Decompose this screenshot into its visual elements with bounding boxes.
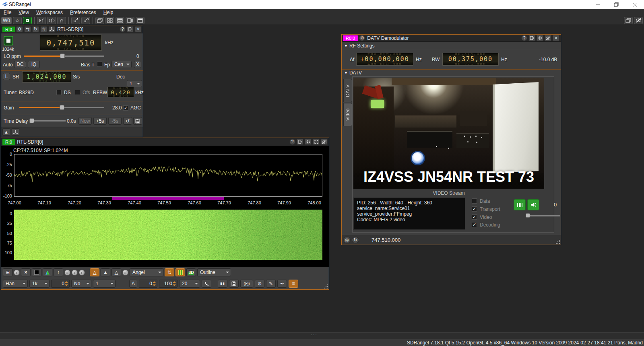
workspace-splitter[interactable]: ... [0,332,644,339]
plus-5s-button[interactable]: +5s [93,117,107,125]
channel-center-icon[interactable]: ◎ [343,237,351,243]
device-close-icon[interactable]: × [135,26,142,32]
clear-spectrum-icon[interactable]: × [21,268,31,276]
device-help-icon[interactable]: ? [120,26,126,32]
ofs-checkbox[interactable] [75,90,80,95]
menu-help[interactable]: Help [100,9,117,16]
device-settings-gear-icon[interactable]: ⚙ [16,26,23,32]
os-titlebar[interactable]: SDRangel [0,0,644,9]
stroke-knob[interactable] [79,270,85,276]
decoding-checkbox[interactable]: ✓ [472,222,477,227]
iq-button[interactable]: IQ [28,61,40,68]
datv-close-icon[interactable]: × [553,35,559,41]
fc-position-select[interactable]: Cen [111,61,132,68]
save-spectrum-icon[interactable] [229,280,239,288]
data-checkbox[interactable] [472,198,477,204]
workspace-button[interactable]: W0 [1,17,12,24]
lo-ppm-slider[interactable] [24,53,104,59]
feature-presets-icon[interactable]: ☆ [13,17,22,24]
spectrogram-style-select[interactable]: Outline [197,268,231,276]
volume-slider[interactable] [526,213,560,218]
channels-graph-icon[interactable] [12,128,19,136]
restore-button[interactable] [607,0,625,9]
ref-level-spinner[interactable]: 0 [139,280,157,288]
reload-device-icon[interactable]: ↻ [32,26,39,32]
center-frequency-value[interactable]: 0,747,510 [47,38,95,47]
datv-section-header[interactable]: ▼ DATV [342,69,561,76]
datv-window-titlebar[interactable]: R0:0 ⚙ DATV Demodulator ? × [342,35,561,42]
spectrum-hide-icon[interactable] [321,139,328,145]
center-frequency-dial[interactable]: 0,747,510 0,747,510 0,747,510 [40,35,102,51]
replay-loop-icon[interactable]: ↺ [123,117,132,125]
delta-frequency-dial[interactable]: +00,000,000 +00,000,000 +00,000,000 [356,53,413,66]
stop-all-devices-icon[interactable] [23,17,32,24]
spectrum-resize-grip[interactable] [324,284,328,288]
add-tx-device-icon[interactable] [47,17,56,24]
grid-intensity-knob[interactable] [14,270,20,276]
waterfall-toggle-icon[interactable] [175,268,185,276]
gain-slider[interactable] [19,105,104,110]
spectrum-waterfall-split-icon[interactable]: ⇅ [165,268,174,276]
datv-settings-gear-icon[interactable]: ⚙ [359,35,365,41]
agc-checkbox[interactable]: ✓ [123,105,128,111]
spectrum-plot[interactable] [14,154,322,197]
spectrogram-3d-icon[interactable]: 3D [186,268,196,276]
lock-button[interactable]: L [3,73,10,80]
ds-checkbox[interactable] [56,90,62,95]
histogram-toggle-icon[interactable] [43,268,52,276]
markers-icon[interactable]: ✒ [277,280,287,288]
load-presets-icon[interactable] [81,17,90,24]
dc-button[interactable]: DC [14,61,26,68]
minus-5s-button[interactable]: -5s [108,117,122,125]
current-trace-toggle-icon[interactable]: ▲ [101,268,110,276]
spectrum-display[interactable]: CF:747.510M SP:1.024M 0 -25 -50 -75 -100… [1,146,329,267]
audio-mute-button[interactable] [527,199,539,210]
channel-band-marker[interactable] [112,197,224,200]
average-trace-toggle-icon[interactable]: △ [111,268,121,276]
menu-preferences[interactable]: Preferences [66,9,100,16]
spectrum-move-icon[interactable] [297,139,303,145]
close-window-button[interactable] [625,0,644,9]
fft-overlap-spinner[interactable]: 0 [51,280,70,288]
annotations-icon[interactable]: ✎ [266,280,276,288]
sample-rate-dial[interactable]: 1,024,000 1,024,000 1,024,000 [22,71,71,82]
device-window-titlebar[interactable]: R:0 ⚙ ⇆ ↻ ☆ RTL-SDR[0] ? × [1,25,143,33]
add-features-icon[interactable] [57,17,66,24]
start-stop-button[interactable] [4,36,13,45]
change-device-icon[interactable]: ⇆ [24,26,31,32]
datv-move-icon[interactable] [528,35,535,41]
colormap-select[interactable]: Angel [130,268,163,276]
menu-workspaces[interactable]: Workspaces [33,9,66,16]
menu-file[interactable]: File [0,9,15,16]
spectrum-menu-icon[interactable]: ≡ [289,280,298,288]
datv-resize-grip[interactable] [556,240,560,244]
now-button[interactable]: Now [78,117,92,125]
splitter-handle[interactable]: ... [311,330,318,336]
maximize-window-icon[interactable] [136,17,144,24]
video-checkbox[interactable]: ✓ [472,214,477,220]
stack-windows-icon[interactable] [116,17,124,24]
range-spinner[interactable]: 100 [159,280,178,288]
tab-datv[interactable]: DATV [343,79,352,102]
bias-t-checkbox[interactable] [97,62,102,67]
waterfall-display[interactable] [14,210,322,260]
transport-checkbox[interactable]: ✓ [472,206,477,212]
decimation-select[interactable]: 1 [127,80,142,87]
hide-all-icon[interactable] [634,17,643,24]
save-capture-icon[interactable] [133,117,142,125]
delta-frequency-value[interactable]: +00,000,000 [360,56,409,63]
freeze-pause-icon[interactable]: ▮▮ [218,280,227,288]
rfbw-dial[interactable]: 0,420 0,420 0,420 [107,87,134,97]
background-color-swatch[interactable] [32,268,41,276]
trace-knob[interactable] [122,270,128,276]
menu-view[interactable]: View [15,9,33,16]
max-hold-toggle-icon[interactable]: △ [90,268,99,276]
trace-intensity-knob[interactable] [64,270,70,276]
tabbed-windows-icon[interactable] [126,17,134,24]
websocket-broadcast-icon[interactable]: ((•)) [240,280,253,288]
video-display[interactable]: IZ4VSS JN54NR TEST 73 [353,78,544,189]
add-channels-icon[interactable] [71,17,80,24]
datv-help-icon[interactable]: ? [521,35,527,41]
tile-windows-icon[interactable] [105,17,114,24]
spectrum-shrink-icon[interactable] [305,139,312,145]
